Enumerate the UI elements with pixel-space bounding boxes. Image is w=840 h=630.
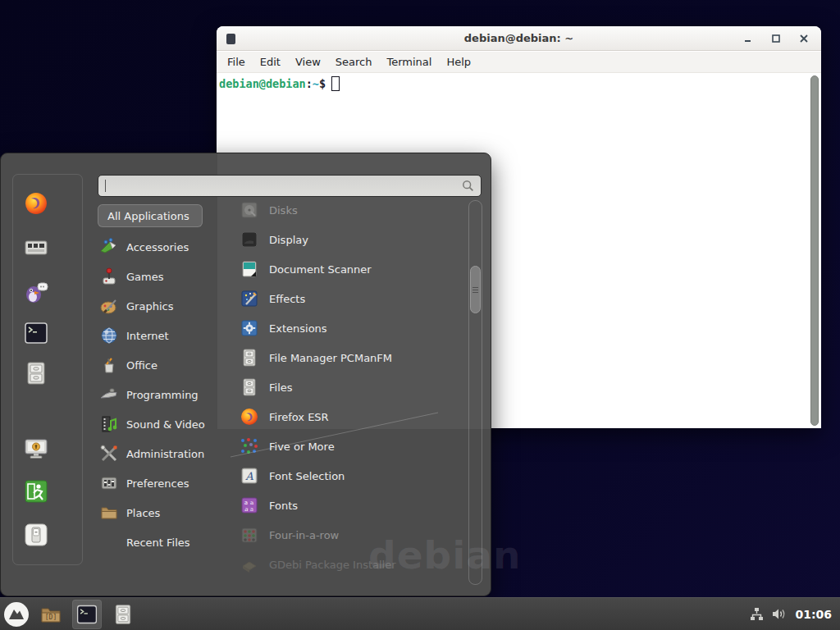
firefox-icon [240,407,259,427]
internet-globe-icon [99,326,119,345]
svg-text:a: a [250,506,253,513]
app-display[interactable]: Display [233,225,466,254]
category-programming[interactable]: Programming [98,380,222,409]
network-icon[interactable] [750,607,764,621]
folder-icon: [D] [39,603,62,626]
category-recent-files[interactable]: Recent Files [98,527,222,557]
disks-icon [240,200,259,220]
graphics-icon [99,296,119,316]
category-administration[interactable]: Administration [98,439,222,468]
favorite-pidgin-button[interactable] [23,279,49,305]
file-cabinet-icon [23,360,49,386]
prompt-separator: : [306,77,313,90]
taskbar-file-manager-launcher[interactable] [108,600,138,629]
terminal-menubar: File Edit View Search Terminal Help [217,52,821,73]
favorite-shutdown-button[interactable] [23,522,49,548]
menu-file[interactable]: File [221,53,251,71]
category-office[interactable]: Office [98,350,222,380]
application-menu: All Applications Accessories Games [0,153,491,596]
pidgin-icon [23,279,49,305]
app-effects[interactable]: Effects [233,284,466,313]
terminal-window-icon [226,34,235,44]
prompt-path: ~ [313,77,319,90]
minimize-button[interactable] [742,33,754,44]
app-files[interactable]: Files [233,372,466,402]
fonts-icon: a a a a [240,495,259,515]
app-file-manager-pcmanfm[interactable]: File Manager PCManFM [233,343,466,372]
applications-list: Disks Display Document Scanner [233,195,466,579]
preferences-icon [99,473,119,493]
app-four-in-a-row[interactable]: Four-in-a-row [233,520,466,550]
taskbar-folder-launcher[interactable]: [D] [36,600,66,629]
favorite-firefox-button[interactable] [23,190,49,217]
gdebi-icon [240,555,259,574]
category-preferences[interactable]: Preferences [98,468,222,498]
menu-search[interactable]: Search [330,53,378,71]
favorite-terminal-button[interactable] [23,320,49,346]
svg-text:a: a [244,500,248,506]
category-sound-video[interactable]: Sound & Video [98,409,222,439]
search-icon [462,180,474,192]
file-cabinet-icon [112,603,135,626]
terminal-scrollbar-thumb[interactable] [810,75,819,426]
app-gdebi-package-installer[interactable]: GDebi Package Installer [233,550,466,579]
category-internet[interactable]: Internet [98,321,222,350]
favorite-logout-button[interactable] [23,478,49,504]
app-font-selection[interactable]: A Font Selection [233,461,466,491]
terminal-titlebar[interactable]: debian@debian: ~ [217,26,821,51]
app-firefox-esr[interactable]: Firefox ESR [233,402,466,431]
text-cursor [331,76,340,91]
programming-icon [99,385,119,404]
app-five-or-more[interactable]: Five or More [233,431,466,461]
games-icon [99,267,119,286]
category-games[interactable]: Games [98,262,222,291]
menu-help[interactable]: Help [441,53,477,71]
category-graphics[interactable]: Graphics [98,291,222,321]
file-cabinet-icon [240,348,259,368]
taskbar: [D] 01:06 [0,597,840,630]
close-button[interactable] [798,33,810,44]
display-icon [240,230,259,249]
maximize-button[interactable] [770,33,782,44]
effects-icon [240,289,259,308]
administration-icon [99,444,119,463]
accessories-icon [99,237,119,257]
terminal-scrollbar[interactable] [810,75,819,426]
four-in-a-row-icon [240,525,259,545]
app-disks[interactable]: Disks [233,195,466,225]
menu-search-input[interactable] [98,175,482,197]
app-document-scanner[interactable]: Document Scanner [233,254,466,284]
shutdown-icon [23,522,49,548]
svg-text:a: a [250,500,253,506]
menu-scrollbar[interactable] [468,200,482,585]
cinnamon-logo-icon [3,601,30,628]
menu-view[interactable]: View [290,53,326,71]
category-all-applications[interactable]: All Applications [98,204,203,227]
category-places[interactable]: Places [98,498,222,527]
menu-terminal[interactable]: Terminal [381,53,437,71]
search-caret [105,180,106,192]
lock-screen-icon [23,436,49,462]
categories-list: All Applications Accessories Games [98,201,222,557]
window-title: debian@debian: ~ [217,32,821,44]
firefox-icon [23,190,49,217]
volume-icon[interactable] [772,607,787,621]
sound-video-icon [99,414,119,434]
favorite-control-center-button[interactable] [23,235,49,261]
menu-edit[interactable]: Edit [254,53,286,71]
shell-prompt: debian@debian:~$ [219,76,340,91]
svg-text:[D]: [D] [45,614,57,621]
menu-button[interactable] [3,601,30,628]
favorite-lock-screen-button[interactable] [23,436,49,462]
terminal-icon [23,320,49,346]
app-extensions[interactable]: Extensions [233,313,466,343]
file-cabinet-icon [240,377,259,397]
menu-scrollbar-thumb[interactable] [470,266,481,313]
category-accessories[interactable]: Accessories [98,232,222,262]
office-icon [99,355,119,375]
favorite-file-manager-button[interactable] [23,360,49,386]
taskbar-terminal-window-button[interactable] [72,600,102,629]
taskbar-clock[interactable]: 01:06 [795,608,832,621]
app-fonts[interactable]: a a a a Fonts [233,491,466,520]
logout-icon [23,478,49,504]
